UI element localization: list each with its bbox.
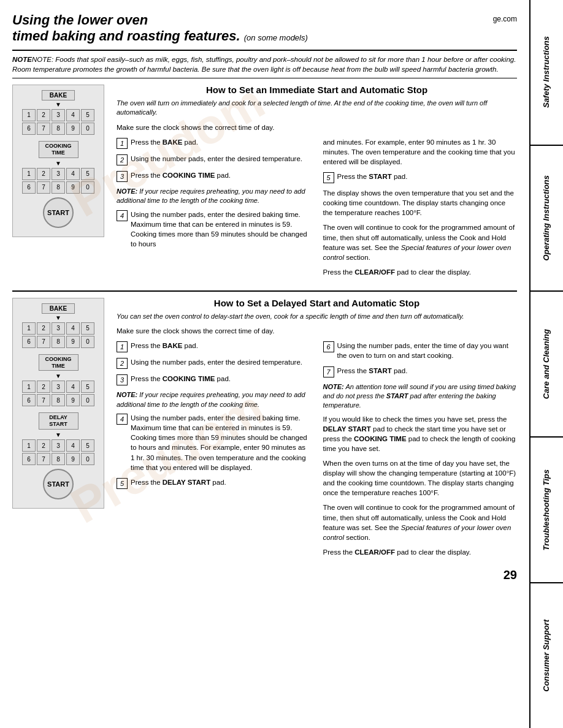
key-5-5[interactable]: 5 bbox=[81, 439, 94, 452]
keypad-2: BAKE ▼ 1 2 3 4 5 6 7 8 9 0 bbox=[12, 298, 104, 509]
key-4-1[interactable]: 1 bbox=[22, 381, 36, 393]
key-2-9[interactable]: 9 bbox=[66, 181, 80, 194]
key-1-1[interactable]: 1 bbox=[22, 109, 36, 121]
key-2-2[interactable]: 2 bbox=[37, 168, 50, 180]
section2-intro: You can set the oven control to delay-st… bbox=[117, 312, 517, 321]
cooking-time-button-2[interactable]: COOKINGTIME bbox=[39, 354, 79, 371]
section1-steps: 1 Press the BAKE pad. 2 Using the number… bbox=[117, 137, 517, 282]
key-5-4[interactable]: 4 bbox=[66, 439, 80, 452]
num-row-2-6: 6 7 8 9 0 bbox=[18, 453, 99, 465]
section1-step2: 2 Using the number pads, enter the desir… bbox=[117, 154, 311, 165]
key-4-8[interactable]: 8 bbox=[52, 394, 65, 406]
section1-step1: 1 Press the BAKE pad. bbox=[117, 137, 311, 149]
key-3-4[interactable]: 4 bbox=[66, 322, 80, 335]
start-button-1[interactable]: START bbox=[43, 197, 74, 228]
sidebar-care-label: Care and Cleaning bbox=[542, 329, 552, 399]
main-content: Preudom Preudom ge.com Using the lower o… bbox=[0, 0, 529, 728]
key-2-7[interactable]: 7 bbox=[37, 181, 50, 194]
key-1-6[interactable]: 6 bbox=[22, 123, 36, 135]
ge-com-link: ge.com bbox=[493, 15, 517, 23]
section2-steps-left: 1 Press the BAKE pad. 2 Using the number… bbox=[117, 341, 311, 562]
key-1-5[interactable]: 5 bbox=[81, 109, 94, 121]
key-2-3[interactable]: 3 bbox=[52, 168, 65, 180]
key-3-1[interactable]: 1 bbox=[22, 322, 36, 335]
key-1-7[interactable]: 7 bbox=[37, 123, 50, 135]
bake-arrow-1: ▼ bbox=[18, 102, 99, 108]
cooking-time-row-2: COOKINGTIME bbox=[18, 352, 99, 373]
key-5-1[interactable]: 1 bbox=[22, 439, 36, 452]
cooking-time-button-1[interactable]: COOKINGTIME bbox=[39, 141, 79, 158]
key-5-8[interactable]: 8 bbox=[52, 453, 65, 465]
key-2-5[interactable]: 5 bbox=[81, 168, 94, 180]
key-1-8[interactable]: 8 bbox=[52, 123, 65, 135]
key-4-2[interactable]: 2 bbox=[37, 381, 50, 393]
section2-make-sure: Make sure the clock shows the correct ti… bbox=[117, 326, 517, 336]
key-1-9[interactable]: 9 bbox=[66, 123, 80, 135]
section2-step7: 7 Press the START pad. bbox=[323, 366, 518, 377]
sidebar-operating-label: Operating Instructions bbox=[542, 175, 552, 260]
title-line2: timed baking and roasting features. (on … bbox=[12, 28, 517, 44]
key-4-6[interactable]: 6 bbox=[22, 394, 36, 406]
key-5-3[interactable]: 3 bbox=[52, 439, 65, 452]
num-row-2-2: 6 7 8 9 0 bbox=[18, 336, 99, 348]
key-2-8[interactable]: 8 bbox=[52, 181, 65, 194]
safety-note: NOTENOTE: Foods that spoil easily–such a… bbox=[12, 50, 517, 78]
key-3-3[interactable]: 3 bbox=[52, 322, 65, 335]
keypad-panel-1: BAKE ▼ 1 2 3 4 5 6 7 8 9 0 bbox=[12, 85, 107, 282]
bake-button-1[interactable]: BAKE bbox=[42, 90, 75, 100]
key-3-5[interactable]: 5 bbox=[81, 322, 94, 335]
num-row-2-1: 1 2 3 4 5 bbox=[18, 322, 99, 335]
section2-step2: 2 Using the number pads, enter the desir… bbox=[117, 357, 311, 369]
page-wrapper: Preudom Preudom ge.com Using the lower o… bbox=[0, 0, 563, 728]
key-2-1[interactable]: 1 bbox=[22, 168, 36, 180]
key-4-5[interactable]: 5 bbox=[81, 381, 94, 393]
subtitle: (on some models) bbox=[244, 33, 308, 42]
delay-start-arrow: ▼ bbox=[18, 432, 99, 438]
sidebar-safety: Safety Instructions bbox=[530, 0, 563, 146]
key-5-0[interactable]: 0 bbox=[81, 453, 94, 465]
right-sidebar: Safety Instructions Operating Instructio… bbox=[529, 0, 563, 728]
key-3-2[interactable]: 2 bbox=[37, 322, 50, 335]
section1-note1: NOTE: If your recipe requires preheating… bbox=[117, 187, 311, 206]
delay-start-button[interactable]: DELAYSTART bbox=[39, 412, 79, 430]
key-5-9[interactable]: 9 bbox=[66, 453, 80, 465]
key-4-7[interactable]: 7 bbox=[37, 394, 50, 406]
key-2-4[interactable]: 4 bbox=[66, 168, 80, 180]
key-3-0[interactable]: 0 bbox=[81, 336, 94, 348]
key-1-4[interactable]: 4 bbox=[66, 109, 80, 121]
section1-heading: How to Set an Immediate Start and Automa… bbox=[117, 85, 517, 95]
key-3-9[interactable]: 9 bbox=[66, 336, 80, 348]
key-4-9[interactable]: 9 bbox=[66, 394, 80, 406]
start-button-2[interactable]: START bbox=[43, 469, 74, 499]
sidebar-operating: Operating Instructions bbox=[530, 146, 563, 292]
key-1-0[interactable]: 0 bbox=[81, 123, 94, 135]
page-number: 29 bbox=[12, 568, 517, 582]
note-text: NOTE: Foods that spoil easily–such as mi… bbox=[12, 56, 516, 73]
section2-step4: 4 Using the number pads, enter the desir… bbox=[117, 413, 311, 472]
section1-steps-left: 1 Press the BAKE pad. 2 Using the number… bbox=[117, 137, 311, 282]
key-4-0[interactable]: 0 bbox=[81, 394, 94, 406]
key-1-3[interactable]: 3 bbox=[52, 109, 65, 121]
key-5-7[interactable]: 7 bbox=[37, 453, 50, 465]
section-divider bbox=[12, 290, 517, 292]
key-2-0[interactable]: 0 bbox=[81, 181, 94, 194]
key-3-8[interactable]: 8 bbox=[52, 336, 65, 348]
section1-step3: 3 Press the COOKING TIME pad. bbox=[117, 170, 311, 182]
text-panel-2: How to Set a Delayed Start and Automatic… bbox=[117, 298, 517, 562]
num-row-1-4: 6 7 8 9 0 bbox=[18, 181, 99, 194]
bake-button-2[interactable]: BAKE bbox=[42, 303, 75, 314]
keypad-1: BAKE ▼ 1 2 3 4 5 6 7 8 9 0 bbox=[12, 85, 104, 237]
key-5-2[interactable]: 2 bbox=[37, 439, 50, 452]
key-3-6[interactable]: 6 bbox=[22, 336, 36, 348]
key-4-3[interactable]: 3 bbox=[52, 381, 65, 393]
section1-body2: The oven will continue to cook for the p… bbox=[323, 222, 518, 262]
section1-body3: Press the CLEAR/OFF pad to clear the dis… bbox=[323, 267, 518, 277]
key-4-4[interactable]: 4 bbox=[66, 381, 80, 393]
key-5-6[interactable]: 6 bbox=[22, 453, 36, 465]
text-panel-1: How to Set an Immediate Start and Automa… bbox=[117, 85, 517, 282]
key-3-7[interactable]: 7 bbox=[37, 336, 50, 348]
key-1-2[interactable]: 2 bbox=[37, 109, 50, 121]
key-2-6[interactable]: 6 bbox=[22, 181, 36, 194]
section1-right-cont: and minutes. For example, enter 90 minut… bbox=[323, 137, 518, 167]
delay-start-row: DELAYSTART bbox=[18, 410, 99, 431]
